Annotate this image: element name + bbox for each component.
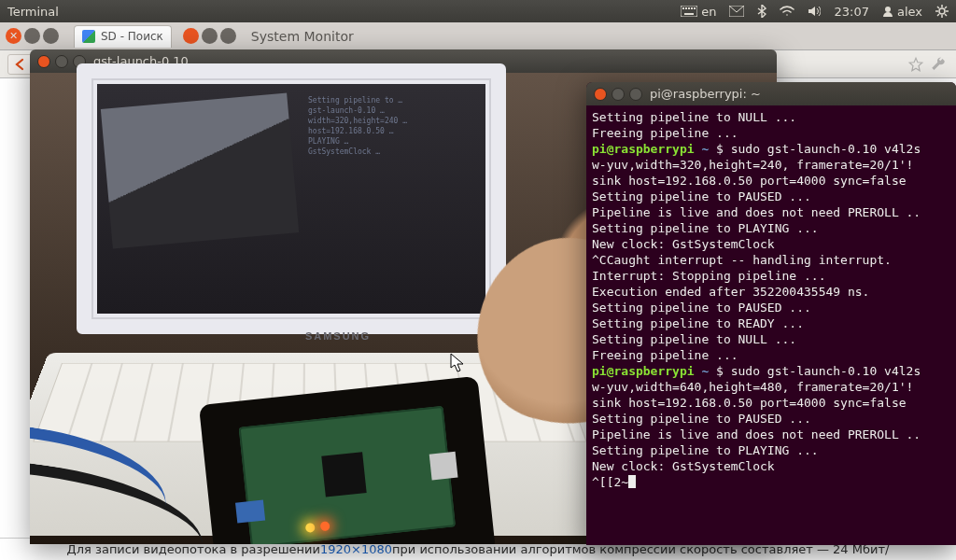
footer-link[interactable]: 1920×1080 bbox=[320, 542, 392, 556]
maximize-button[interactable] bbox=[43, 28, 59, 44]
tab2-title[interactable]: System Monitor bbox=[251, 29, 354, 44]
window-title: pi@raspberrypi: ~ bbox=[650, 87, 761, 101]
user-menu[interactable]: alex bbox=[882, 5, 922, 19]
sound-indicator[interactable] bbox=[808, 5, 821, 18]
svg-rect-4 bbox=[691, 7, 693, 9]
arrow-left-icon bbox=[13, 58, 28, 71]
close-button[interactable] bbox=[37, 55, 50, 68]
svg-line-15 bbox=[945, 14, 947, 16]
footer-pre: Для записи видеопотока в разрешении bbox=[67, 542, 320, 556]
wrench-icon[interactable] bbox=[930, 56, 947, 73]
svg-rect-2 bbox=[685, 7, 687, 9]
wifi-indicator[interactable] bbox=[780, 6, 794, 17]
keyboard-lang: en bbox=[701, 5, 716, 19]
mail-icon bbox=[729, 6, 744, 17]
browser-tab-1[interactable]: SD - Поиск bbox=[74, 25, 172, 48]
wifi-icon bbox=[780, 6, 794, 17]
svg-point-9 bbox=[939, 8, 945, 14]
system-menu[interactable] bbox=[935, 5, 949, 18]
clock[interactable]: 23:07 bbox=[834, 5, 868, 19]
speaker-icon bbox=[808, 5, 821, 18]
svg-line-14 bbox=[937, 7, 939, 8]
mail-indicator[interactable] bbox=[729, 6, 744, 17]
raspberry-pi bbox=[199, 376, 496, 544]
svg-rect-5 bbox=[694, 7, 696, 9]
netbook-screen: Setting pipeline to …gst-launch-0.10 …wi… bbox=[77, 63, 506, 334]
svg-rect-3 bbox=[688, 7, 690, 9]
ssh-terminal-window[interactable]: pi@raspberrypi: ~ Setting pipeline to NU… bbox=[586, 82, 956, 545]
bluetooth-icon bbox=[757, 5, 766, 18]
svg-rect-0 bbox=[681, 6, 697, 17]
netbook-brand: SAMSUNG bbox=[305, 330, 371, 342]
minimize-button[interactable] bbox=[202, 28, 218, 44]
browser-window-controls: ✕ bbox=[6, 28, 59, 44]
maximize-button[interactable] bbox=[629, 88, 642, 101]
mouse-cursor-icon bbox=[450, 353, 465, 373]
google-favicon-icon bbox=[82, 30, 95, 43]
svg-rect-1 bbox=[682, 7, 684, 9]
close-button[interactable] bbox=[183, 28, 199, 44]
browser-tabstrip: ✕ SD - Поиск System Monitor bbox=[0, 22, 956, 50]
tab2-window-controls bbox=[183, 28, 236, 44]
gear-icon bbox=[935, 5, 949, 18]
svg-point-8 bbox=[885, 7, 891, 12]
minimize-button[interactable] bbox=[55, 55, 68, 68]
minimize-button[interactable] bbox=[24, 28, 40, 44]
close-button[interactable]: ✕ bbox=[6, 28, 21, 44]
star-icon[interactable] bbox=[907, 56, 924, 73]
minimize-button[interactable] bbox=[612, 88, 625, 101]
top-menubar: Terminal en 23:07 alex bbox=[0, 0, 956, 22]
maximize-button[interactable] bbox=[220, 28, 236, 44]
active-app-title: Terminal bbox=[7, 5, 59, 19]
close-button[interactable] bbox=[594, 88, 607, 101]
tab-label: SD - Поиск bbox=[101, 30, 163, 43]
terminal-output[interactable]: Setting pipeline to NULL ... Freeing pip… bbox=[586, 105, 956, 545]
user-name: alex bbox=[897, 5, 922, 19]
svg-line-17 bbox=[937, 14, 939, 16]
svg-line-16 bbox=[945, 7, 947, 8]
bluetooth-indicator[interactable] bbox=[757, 5, 766, 18]
keyboard-icon bbox=[681, 6, 697, 17]
ssh-titlebar[interactable]: pi@raspberrypi: ~ bbox=[586, 82, 956, 105]
svg-rect-6 bbox=[684, 13, 694, 15]
user-icon bbox=[882, 6, 893, 17]
keyboard-indicator[interactable]: en bbox=[681, 5, 716, 19]
